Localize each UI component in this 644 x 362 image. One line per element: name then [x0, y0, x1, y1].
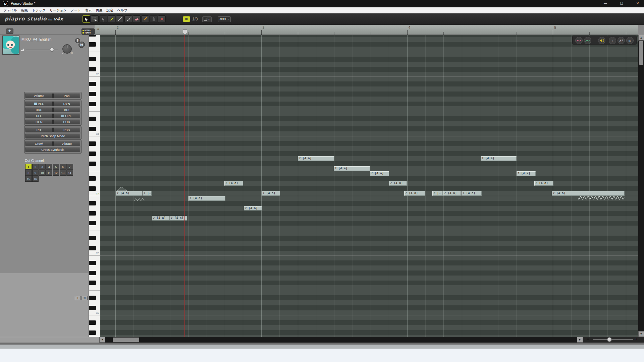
- zoom-out-button[interactable]: −: [586, 336, 589, 342]
- meter-tempo-button[interactable]: METER TEMPO: [82, 28, 95, 35]
- param-button-bre[interactable]: BRE: [25, 107, 53, 112]
- marquee-select-tool[interactable]: [91, 15, 99, 23]
- eraser-tool[interactable]: [133, 15, 141, 23]
- note[interactable]: ♪ [4 a]: [370, 171, 389, 176]
- channel-button-13[interactable]: 13: [60, 170, 66, 176]
- volume-slider-thumb[interactable]: [50, 48, 54, 52]
- param-button-volume[interactable]: Volume: [25, 93, 53, 98]
- channel-button-7[interactable]: 7: [66, 164, 73, 170]
- menu-item-2[interactable]: トラック: [30, 8, 48, 13]
- channel-button-10[interactable]: 10: [39, 170, 46, 176]
- menu-item-0[interactable]: ファイル: [1, 8, 19, 13]
- zoom-slider-track[interactable]: [593, 339, 633, 340]
- black-key[interactable]: [89, 201, 96, 205]
- black-key[interactable]: [89, 221, 96, 225]
- note[interactable]: ♪ [4 a]: [443, 191, 461, 196]
- kana-mode-icon[interactable]: あA: [618, 37, 625, 44]
- delete-tool[interactable]: [158, 15, 166, 23]
- menu-item-1[interactable]: 編集: [19, 8, 30, 13]
- note[interactable]: ♪ [4 a]: [462, 191, 482, 196]
- black-key[interactable]: [89, 296, 96, 300]
- note[interactable]: ♪ [4 a]: [481, 156, 517, 161]
- zoom-slider-thumb[interactable]: [607, 337, 612, 342]
- channel-button-12[interactable]: 12: [53, 170, 59, 176]
- add-track-button[interactable]: +: [6, 28, 13, 34]
- knife-tool[interactable]: [141, 15, 149, 23]
- param-button-pbs[interactable]: PBS: [53, 127, 80, 132]
- scroll-right-button[interactable]: ►: [577, 337, 583, 343]
- black-key[interactable]: [89, 271, 96, 275]
- snap-dropdown[interactable]: ▼: [202, 16, 212, 22]
- collapse-button[interactable]: «: [97, 27, 99, 31]
- note[interactable]: ♪ |…: [432, 191, 443, 196]
- pointer-alt-tool[interactable]: [99, 15, 107, 23]
- channel-button-15[interactable]: 15: [25, 176, 32, 182]
- black-key[interactable]: [89, 92, 96, 96]
- black-key[interactable]: [89, 176, 96, 181]
- menu-item-7[interactable]: 設定: [104, 8, 115, 13]
- horizontal-scroll-thumb[interactable]: [113, 338, 139, 342]
- preview-speaker-icon[interactable]: [598, 37, 605, 44]
- close-button[interactable]: ✕: [633, 1, 643, 6]
- note[interactable]: ♪ [4 a]: [224, 181, 243, 186]
- param-button-growl[interactable]: Growl: [25, 141, 53, 146]
- glue-tool[interactable]: [150, 15, 157, 23]
- maximize-button[interactable]: ▢: [616, 1, 627, 6]
- black-key[interactable]: [89, 246, 96, 250]
- scroll-left-button[interactable]: ◄: [99, 337, 105, 343]
- scroll-up-button[interactable]: ▲: [638, 35, 644, 41]
- channel-button-11[interactable]: 11: [46, 170, 53, 176]
- horizontal-scrollbar[interactable]: [105, 337, 577, 343]
- channel-button-3[interactable]: 3: [39, 164, 46, 170]
- param-button-vel[interactable]: VEL: [25, 101, 53, 106]
- menu-item-4[interactable]: ノート: [69, 8, 83, 13]
- auto-scroll-button[interactable]: AUTO ⇢: [218, 16, 231, 22]
- note[interactable]: ♪ [4 a]: [534, 181, 553, 186]
- minimize-button[interactable]: —: [600, 1, 610, 6]
- menu-item-5[interactable]: 表示: [83, 8, 94, 13]
- note[interactable]: ♪ [4 a]: [244, 206, 262, 211]
- channel-button-16[interactable]: 16: [32, 176, 39, 182]
- note[interactable]: ♪ [4 a]: [334, 166, 370, 171]
- black-key[interactable]: [89, 261, 96, 265]
- note[interactable]: ♪ [4 a]: [517, 171, 536, 176]
- grid-snap-toggle[interactable]: ⌗: [183, 16, 190, 22]
- param-button-pit[interactable]: PIT: [25, 127, 53, 132]
- vertical-scrollbar[interactable]: ▲ ▼: [638, 35, 644, 337]
- channel-button-5[interactable]: 5: [53, 164, 59, 170]
- zoom-reset-button[interactable]: ↻: [82, 296, 88, 300]
- black-key[interactable]: [89, 330, 96, 335]
- param-button-ope[interactable]: OPE: [53, 113, 80, 118]
- channel-button-4[interactable]: 4: [46, 164, 53, 170]
- black-key[interactable]: [89, 57, 96, 61]
- black-key[interactable]: [89, 127, 96, 131]
- param-button-bri[interactable]: BRI: [53, 107, 80, 112]
- black-key[interactable]: [89, 211, 96, 216]
- black-key[interactable]: [89, 152, 96, 156]
- track-avatar[interactable]: [2, 36, 19, 55]
- zoom-add-button[interactable]: +: [75, 296, 81, 300]
- note[interactable]: ♪ [4 a]: [152, 216, 170, 221]
- note-style-icon[interactable]: ♪: [609, 37, 616, 44]
- black-key[interactable]: [89, 82, 96, 86]
- note[interactable]: ♪ [4 a]: [298, 156, 334, 161]
- black-key[interactable]: [89, 281, 96, 285]
- piano-roll-grid[interactable]: MIKU_V4_English ♪ [4 a]♪ [4 a]♪ [4 a]♪ […: [100, 35, 638, 337]
- param-button-cle[interactable]: CLE: [25, 113, 53, 118]
- pointer-tool[interactable]: [83, 15, 90, 23]
- black-key[interactable]: [89, 67, 96, 71]
- black-key[interactable]: [89, 102, 96, 106]
- menu-item-8[interactable]: ヘルプ: [115, 8, 129, 13]
- pitch-curve-icon[interactable]: [575, 37, 583, 44]
- pencil-tool[interactable]: [108, 15, 115, 23]
- black-key[interactable]: [89, 35, 96, 37]
- param-button-vibrato[interactable]: Vibrato: [53, 141, 80, 146]
- channel-button-8[interactable]: 8: [25, 170, 32, 176]
- black-key[interactable]: [89, 42, 96, 47]
- note[interactable]: ♪ [4 a]: [404, 191, 425, 196]
- param-button-cross-synthesis[interactable]: Cross Synthesis: [25, 147, 80, 152]
- black-key[interactable]: [89, 186, 96, 191]
- channel-button-2[interactable]: 2: [32, 164, 39, 170]
- param-button-pan[interactable]: Pan: [53, 93, 80, 98]
- mute-button[interactable]: M: [78, 42, 85, 48]
